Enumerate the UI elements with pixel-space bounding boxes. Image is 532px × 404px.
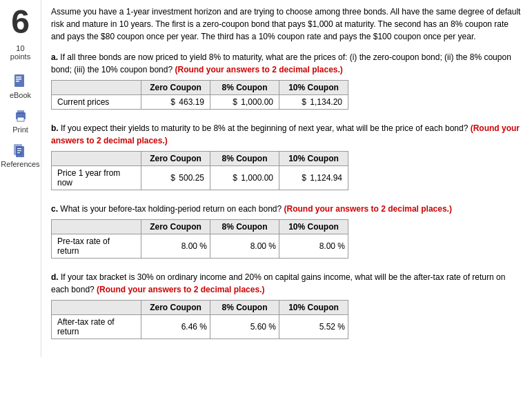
svg-rect-9: [17, 148, 21, 149]
part-a-label: a. If all three bonds are now priced to …: [51, 51, 522, 76]
part-b-value-zero: 500.25: [179, 173, 204, 183]
part-c-round: (Round your answers to 2 decimal places.…: [284, 204, 452, 214]
part-d-pct-8pct: %: [268, 322, 276, 332]
svg-rect-3: [16, 81, 19, 82]
part-c-col-8pct: 8% Coupon: [210, 220, 279, 234]
svg-rect-2: [16, 79, 21, 80]
ebook-label: eBook: [10, 91, 31, 99]
part-c-input-8pct[interactable]: [232, 241, 266, 251]
part-b-col-10pct: 10% Coupon: [279, 152, 348, 166]
part-b-cell-8pct: $ 1,000.00: [210, 166, 279, 190]
part-c-row: Pre-tax rate of return % % %: [52, 234, 348, 259]
part-a-section: a. If all three bonds are now priced to …: [51, 51, 522, 110]
part-c-section: c. What is your before-tax holding-perio…: [51, 203, 522, 259]
part-b-dollar-10pct: $: [302, 173, 306, 183]
part-b-value-10pct: 1,124.94: [310, 173, 342, 183]
points-label: 10 points: [10, 44, 30, 61]
part-a-cell-10pct: $ 1,134.20: [279, 95, 348, 110]
points-value: 10: [16, 44, 24, 52]
part-a-dollar-zero: $: [170, 97, 175, 107]
references-tool[interactable]: References: [1, 141, 39, 168]
part-d-row: After-tax rate of return % % %: [52, 315, 348, 339]
part-d-col-8pct: 8% Coupon: [210, 301, 279, 315]
part-a-col-8pct: 8% Coupon: [210, 81, 279, 95]
svg-rect-6: [17, 117, 24, 121]
part-c-empty-header: [52, 220, 141, 234]
part-c-row-label: Pre-tax rate of return: [52, 234, 141, 259]
ebook-tool[interactable]: eBook: [10, 72, 31, 99]
part-a-table: Zero Coupon 8% Coupon 10% Coupon Current…: [51, 80, 348, 110]
part-d-label: d. If your tax bracket is 30% on ordinar…: [51, 271, 522, 296]
part-c-col-10pct: 10% Coupon: [279, 220, 348, 234]
references-label: References: [1, 160, 39, 168]
part-d-round: (Round your answers to 2 decimal places.…: [97, 285, 264, 294]
part-d-cell-8pct: %: [210, 315, 279, 339]
part-d-cell-zero: %: [141, 315, 210, 339]
part-d-table: Zero Coupon 8% Coupon 10% Coupon After-t…: [51, 300, 348, 339]
part-d-pct-zero: %: [199, 322, 207, 332]
page-container: 6 10 points eBook: [0, 0, 532, 357]
points-text: points: [10, 52, 30, 61]
part-a-col-10pct: 10% Coupon: [279, 81, 348, 95]
part-d-section: d. If your tax bracket is 30% on ordinar…: [51, 271, 522, 339]
part-b-col-zero: Zero Coupon: [141, 152, 210, 166]
part-c-cell-zero: %: [141, 234, 210, 259]
part-a-row: Current prices $ 463.19 $ 1,000.00 $ 1,1…: [52, 95, 348, 110]
part-c-table: Zero Coupon 8% Coupon 10% Coupon Pre-tax…: [51, 219, 348, 259]
main-content: Assume you have a 1-year investment hori…: [41, 0, 532, 357]
part-b-row-label: Price 1 year from now: [52, 166, 141, 190]
part-d-col-10pct: 10% Coupon: [279, 301, 348, 315]
part-d-pct-10pct: %: [337, 322, 345, 332]
part-c-input-10pct[interactable]: [301, 241, 335, 251]
part-c-col-zero: Zero Coupon: [141, 220, 210, 234]
part-d-input-zero[interactable]: [163, 322, 197, 332]
part-c-cell-8pct: %: [210, 234, 279, 259]
part-b-cell-zero: $ 500.25: [141, 166, 210, 190]
part-c-input-zero[interactable]: [163, 241, 197, 251]
part-b-dollar-zero: $: [170, 173, 175, 183]
book-icon: [10, 72, 30, 91]
part-b-section: b. If you expect their yields to maturit…: [51, 122, 522, 190]
part-b-round: (Round your answers to 2 decimal places.…: [51, 123, 520, 145]
part-b-dollar-8pct: $: [233, 173, 237, 183]
part-d-col-zero: Zero Coupon: [141, 301, 210, 315]
svg-rect-1: [16, 77, 21, 78]
part-d-row-label: After-tax rate of return: [52, 315, 141, 339]
part-b-value-8pct: 1,000.00: [241, 173, 273, 183]
svg-rect-10: [17, 150, 21, 151]
part-a-dollar-8pct: $: [233, 97, 237, 107]
part-b-label: b. If you expect their yields to maturit…: [51, 122, 522, 147]
part-c-pct-8pct: %: [268, 241, 276, 251]
part-b-table: Zero Coupon 8% Coupon 10% Coupon Price 1…: [51, 151, 348, 190]
part-b-empty-header: [52, 152, 141, 166]
part-d-input-8pct[interactable]: [232, 322, 266, 332]
part-a-row-label: Current prices: [52, 95, 141, 110]
part-d-input-10pct[interactable]: [301, 322, 335, 332]
part-a-round: (Round your answers to 2 decimal places.…: [175, 65, 342, 74]
part-a-cell-zero: $ 463.19: [141, 95, 210, 110]
question-number: 6: [11, 6, 30, 39]
intro-text: Assume you have a 1-year investment hori…: [51, 6, 522, 43]
part-d-cell-10pct: %: [279, 315, 348, 339]
part-d-empty-header: [52, 301, 141, 315]
svg-rect-11: [17, 152, 20, 153]
print-label: Print: [12, 125, 28, 134]
print-icon: [11, 106, 30, 125]
part-b-row: Price 1 year from now $ 500.25 $ 1,000.0…: [52, 166, 348, 190]
part-a-empty-header: [52, 81, 141, 95]
part-c-pct-zero: %: [199, 241, 207, 251]
part-a-value-8pct: 1,000.00: [241, 97, 273, 107]
svg-rect-8: [16, 146, 24, 157]
left-sidebar: 6 10 points eBook: [0, 0, 41, 357]
part-b-cell-10pct: $ 1,124.94: [279, 166, 348, 190]
part-c-pct-10pct: %: [337, 241, 345, 251]
references-icon: [10, 141, 30, 160]
svg-rect-5: [17, 110, 24, 114]
part-a-col-zero: Zero Coupon: [141, 81, 210, 95]
part-a-value-10pct: 1,134.20: [310, 97, 342, 107]
part-a-cell-8pct: $ 1,000.00: [210, 95, 279, 110]
part-c-label: c. What is your before-tax holding-perio…: [51, 203, 522, 215]
part-b-col-8pct: 8% Coupon: [210, 152, 279, 166]
part-c-cell-10pct: %: [279, 234, 348, 259]
print-tool[interactable]: Print: [11, 106, 30, 134]
